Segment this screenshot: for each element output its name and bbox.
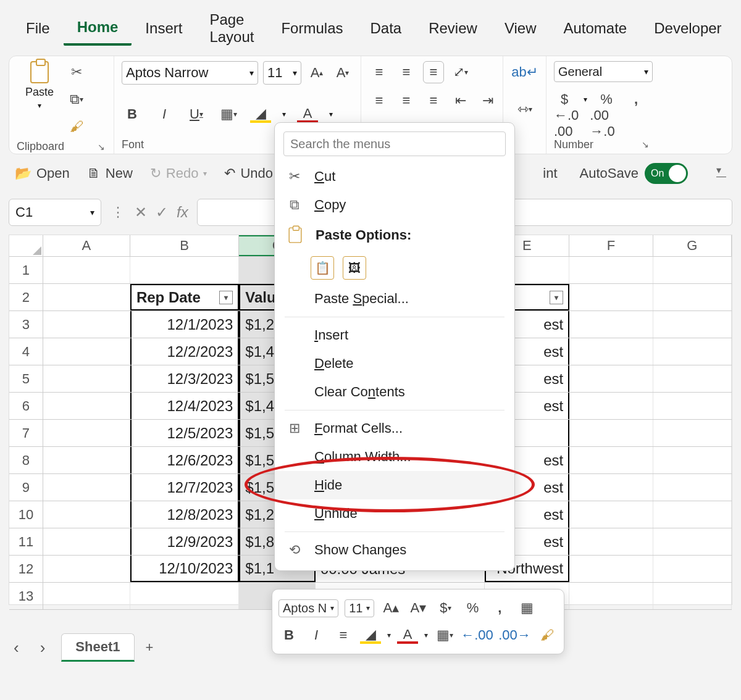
mini-increase-font-icon[interactable]: A▴ — [380, 597, 401, 619]
number-format-select[interactable]: General▾ — [554, 61, 653, 82]
mini-percent-button[interactable]: % — [462, 597, 483, 619]
increase-indent-icon[interactable]: ⇥ — [477, 90, 498, 112]
cell[interactable] — [43, 365, 130, 392]
cell[interactable] — [653, 447, 732, 473]
cell[interactable] — [43, 583, 130, 609]
cell[interactable] — [43, 556, 130, 582]
menu-search-input[interactable] — [283, 131, 506, 156]
cell[interactable] — [653, 393, 732, 419]
number-launcher-icon[interactable]: ↘ — [640, 138, 650, 151]
cell[interactable] — [653, 528, 732, 555]
decrease-font-icon[interactable]: A▾ — [332, 62, 353, 84]
tab-file[interactable]: File — [12, 20, 64, 44]
mini-format-painter-icon[interactable]: 🖌 — [537, 624, 558, 646]
tab-developer[interactable]: Developer — [640, 20, 735, 44]
cell[interactable] — [43, 474, 130, 501]
cell[interactable]: 12/5/2023 — [130, 420, 239, 446]
undo-button[interactable]: ↶Undo — [224, 165, 273, 181]
cell[interactable]: Rep Date▾ — [130, 284, 239, 310]
cell[interactable] — [43, 528, 130, 555]
format-painter-button[interactable]: 🖌 — [66, 115, 87, 138]
align-right-icon[interactable]: ≡ — [423, 90, 444, 112]
mini-format-table-icon[interactable]: ▦ — [516, 597, 537, 619]
row-header[interactable]: 13 — [9, 583, 43, 609]
cell[interactable]: 12/1/2023 — [130, 311, 239, 338]
enter-formula-icon[interactable]: ✓ — [156, 204, 168, 221]
cell[interactable] — [43, 284, 130, 310]
cell[interactable] — [569, 556, 653, 582]
mini-inc-decimal-icon[interactable]: ←.00 — [461, 624, 493, 646]
col-header-g[interactable]: G — [653, 235, 732, 256]
row-header[interactable]: 3 — [9, 311, 43, 338]
cell[interactable] — [569, 474, 653, 501]
cell[interactable]: 12/9/2023 — [130, 528, 239, 555]
decrease-indent-icon[interactable]: ⇤ — [450, 90, 471, 112]
row-header[interactable]: 11 — [9, 528, 43, 555]
cell[interactable] — [653, 556, 732, 582]
sheet-next-icon[interactable]: › — [35, 638, 51, 657]
cell[interactable] — [653, 338, 732, 365]
menu-delete[interactable]: Delete — [275, 349, 514, 378]
col-header-a[interactable]: A — [43, 235, 130, 256]
align-bottom-icon[interactable]: ≡ — [423, 61, 444, 83]
new-button[interactable]: 🗎New — [87, 165, 133, 181]
row-header[interactable]: 6 — [9, 393, 43, 419]
decrease-decimal-icon[interactable]: .00→.0 — [590, 112, 614, 135]
align-left-icon[interactable]: ≡ — [369, 90, 390, 112]
cut-button[interactable] — [66, 61, 87, 83]
tab-data[interactable]: Data — [356, 20, 415, 44]
mini-currency-button[interactable]: $ ▾ — [435, 597, 456, 619]
row-header[interactable]: 12 — [9, 556, 43, 582]
menu-column-width[interactable]: Column Width... — [275, 443, 514, 471]
cell[interactable] — [569, 257, 653, 283]
print-button[interactable]: int — [543, 165, 557, 181]
row-header[interactable]: 8 — [9, 447, 43, 473]
cell[interactable] — [43, 257, 130, 283]
tab-automate[interactable]: Automate — [550, 20, 640, 44]
toggle-switch[interactable]: On — [645, 163, 688, 184]
select-all-corner[interactable] — [9, 235, 43, 256]
add-sheet-button[interactable]: + — [146, 640, 154, 656]
paste-button[interactable]: Paste ▾ — [17, 61, 62, 138]
redo-button[interactable]: ↻Redo ▾ — [150, 165, 207, 181]
name-box[interactable]: C1▾ — [9, 199, 101, 226]
cell[interactable] — [653, 257, 732, 283]
tab-view[interactable]: View — [491, 20, 550, 44]
align-middle-icon[interactable]: ≡ — [396, 61, 417, 83]
increase-decimal-icon[interactable]: ←.0.00 — [554, 112, 579, 135]
cell[interactable] — [569, 311, 653, 338]
bold-button[interactable]: B — [122, 103, 143, 125]
copy-button[interactable]: ⧉ ▾ — [66, 88, 87, 110]
row-header[interactable]: 2 — [9, 284, 43, 310]
menu-copy[interactable]: ⧉Copy — [275, 191, 514, 219]
cell[interactable] — [653, 284, 732, 310]
name-box-more-icon[interactable]: ⋮ — [106, 204, 130, 220]
row-header[interactable]: 5 — [9, 365, 43, 392]
mini-font-select[interactable]: Aptos N▾ — [278, 599, 338, 617]
align-top-icon[interactable]: ≡ — [369, 61, 390, 83]
font-name-select[interactable]: Aptos Narrow▾ — [122, 61, 258, 85]
mini-font-color-icon[interactable]: A — [397, 624, 418, 646]
mini-borders-icon[interactable]: ▦ ▾ — [434, 624, 455, 646]
col-header-f[interactable]: F — [569, 235, 653, 256]
font-size-select[interactable]: 11▾ — [263, 61, 301, 85]
menu-show-changes[interactable]: ⟲Show Changes — [275, 536, 514, 564]
borders-button[interactable]: ▦ ▾ — [218, 103, 239, 125]
orientation-icon[interactable]: ⤢ ▾ — [450, 61, 471, 83]
cell[interactable] — [569, 501, 653, 528]
cell[interactable] — [569, 420, 653, 446]
comma-button[interactable]: , — [626, 88, 647, 110]
row-header[interactable]: 10 — [9, 501, 43, 528]
cell[interactable] — [130, 583, 239, 609]
cell[interactable] — [653, 474, 732, 501]
cell[interactable] — [569, 528, 653, 555]
cell[interactable] — [569, 583, 653, 609]
fx-icon[interactable]: fx — [177, 204, 188, 221]
tab-review[interactable]: Review — [415, 20, 491, 44]
menu-insert[interactable]: Insert — [275, 321, 514, 349]
open-button[interactable]: 📂Open — [15, 165, 70, 181]
autosave-toggle[interactable]: AutoSave On — [580, 163, 688, 184]
cell[interactable] — [569, 393, 653, 419]
cell[interactable] — [569, 338, 653, 365]
cell[interactable] — [43, 420, 130, 446]
